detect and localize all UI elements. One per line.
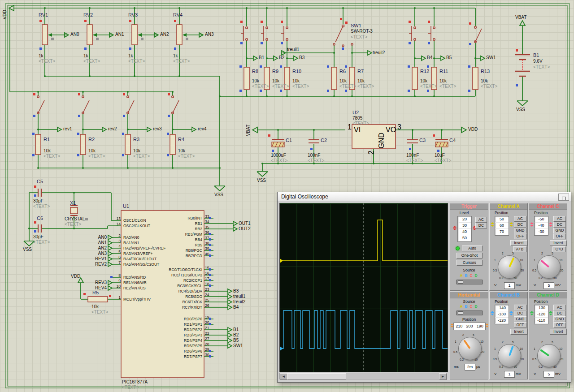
channel-b-gain-knob[interactable] [498,344,521,367]
channel-c-dc-button[interactable]: DC [553,222,566,228]
vdd-label: VDD [71,274,80,279]
net-label: B5 [446,56,452,60]
resistor-ref: R7 [357,69,364,73]
position-up-arrow[interactable] [549,309,552,313]
position-up-arrow[interactable] [549,220,552,224]
mcu-part: PIC16F877A [122,380,148,384]
position-up-arrow[interactable] [491,309,494,313]
channel-a-gnd-button[interactable]: GND [514,228,526,233]
pot-value: 1k [83,54,88,58]
channel-d-dc-button[interactable]: DC [553,310,566,316]
net-label: B1 [259,56,264,60]
channel-c-off-button[interactable]: OFF [553,233,566,239]
channel-d-off-button[interactable]: OFF [553,322,566,328]
channel-a-ac-button[interactable]: AC [514,216,526,222]
position-down-arrow[interactable] [491,314,494,317]
position-down-arrow[interactable] [509,314,513,317]
scope-scrollbar[interactable]: ◄ ► [279,373,447,379]
cap-ref: C6 [37,216,43,220]
position-up-arrow[interactable] [450,322,454,325]
channel-b-position-spinner[interactable]: -140-130-120 [495,305,509,324]
channel-b-ac-button[interactable]: AC [514,305,526,310]
trigger-level-down-arrow[interactable] [453,228,457,232]
channel-a-position-spinner[interactable]: 506070 [495,216,509,236]
channel-a-gain-knob[interactable] [498,255,521,279]
channel-b-gnd-button[interactable]: GND [514,316,526,322]
trigger-auto-button[interactable]: Auto [462,246,483,251]
trigger-source-channels: ABCD [459,273,478,278]
position-label: Position [529,211,552,215]
trigger-one-shot-button[interactable]: One-Shot [457,253,483,258]
mcu-right-pins-rd: RD0/PSP019RD1/PSP120RD2/PSP221RD3/PSP322… [140,316,202,359]
cap-ref: C2 [321,138,327,142]
trigger-source-slider[interactable] [456,280,483,284]
trigger-level-down-arrow[interactable] [473,228,476,232]
channel-c-gnd-button[interactable]: GND [553,228,566,233]
channel-a-invert-button[interactable]: Invert [510,240,527,246]
unit-label: V [494,372,496,376]
channel-d-invert-button[interactable]: Invert [550,329,567,335]
channel-c-invert-button[interactable]: Invert [550,240,567,246]
net-label: AN2 [88,246,107,250]
resistor-value: 10k [420,79,427,83]
channel-c-position-spinner[interactable]: -50-40-30 [534,216,548,236]
net-label: B2 [233,333,239,337]
scroll-thumb[interactable] [287,373,346,380]
channel-d-gain-knob[interactable] [537,344,561,367]
trigger-dc-button[interactable]: DC [475,223,487,228]
channel-d-ac-button[interactable]: AC [553,305,566,310]
position-up-arrow[interactable] [491,220,494,224]
trigger-cursors-button[interactable]: Cursors [457,260,483,266]
position-up-arrow[interactable] [509,220,513,224]
position-down-arrow[interactable] [549,225,552,228]
resistor-ref: R5 [92,290,99,295]
unit-label: mV [555,372,561,376]
trigger-level-spinner[interactable]: 20304050 [457,216,472,242]
trigger-level-up-arrow[interactable] [453,224,457,228]
window-control-button[interactable] [558,194,569,201]
channel-b-invert-button[interactable]: Invert [510,329,527,335]
position-down-arrow[interactable] [530,314,534,317]
channel-a-dc-button[interactable]: DC [514,222,526,228]
position-down-arrow[interactable] [491,225,494,228]
net-label: rev4 [198,127,206,131]
cap-ref: C4 [449,138,456,142]
net-label: B3 [233,289,239,293]
resistor-r13 [473,67,478,90]
position-up-arrow[interactable] [530,309,534,313]
channel-c-gain-knob[interactable] [537,255,561,279]
channel-a-off-button[interactable]: OFF [514,233,526,239]
position-up-arrow[interactable] [485,322,489,325]
resistor-value: 10k [88,149,96,153]
channel-b-dc-button[interactable]: DC [514,310,526,316]
channel-b-gain-value: 1 [504,371,515,378]
net-label: AN0 [70,32,79,37]
scroll-left-arrow[interactable]: ◄ [280,373,287,380]
channel-d-gnd-button[interactable]: GND [553,316,566,322]
channel-c-ac-button[interactable]: AC [553,216,566,222]
knob-pointer [540,260,549,268]
timebase-knob[interactable] [458,337,482,360]
trigger-ac-button[interactable]: AC [475,217,487,223]
position-down-arrow[interactable] [549,314,552,317]
resistor-value: 10k [439,79,447,83]
position-down-arrow[interactable] [530,225,534,228]
position-down-arrow[interactable] [450,326,454,329]
channel-b-off-button[interactable]: OFF [514,322,526,328]
position-up-arrow[interactable] [530,220,534,224]
vdd-label: VDD [468,127,478,132]
pot-text: <TEXT> [83,59,100,64]
position-down-arrow[interactable] [485,326,489,329]
scroll-right-arrow[interactable]: ► [439,373,447,380]
resistor-text: <TEXT> [357,84,374,89]
net-label: rev1 [63,127,72,131]
net-label: AN0 [88,235,107,240]
resistor-text: <TEXT> [339,84,356,89]
horizontal-panel: Horizontal Source ABCD Position 21020019… [450,292,488,379]
horizontal-position-spinner[interactable]: 210200190 [453,323,486,330]
channel-d-position-spinner[interactable]: -130-120-110 [534,305,548,324]
horizontal-source-slider[interactable] [456,310,483,315]
position-up-arrow[interactable] [509,309,513,313]
window-titlebar[interactable]: Digital Oscilloscope [278,192,571,201]
position-down-arrow[interactable] [509,225,513,228]
